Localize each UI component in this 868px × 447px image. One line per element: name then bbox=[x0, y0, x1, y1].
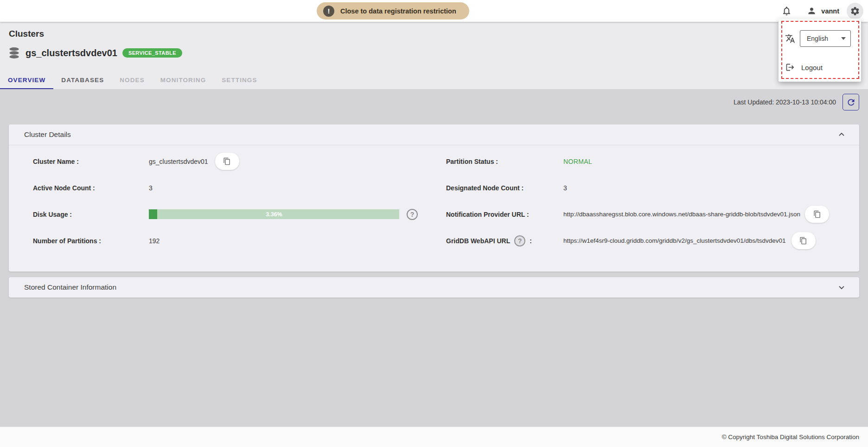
tabs: OVERVIEWDATABASESNODESMONITORINGSETTINGS bbox=[0, 72, 265, 89]
field-disk-usage: Disk Usage : 3.36% ? bbox=[33, 201, 446, 227]
field-partition-status: Partition Status : NORMAL bbox=[446, 148, 847, 175]
warning-banner-text: Close to data registration restriction bbox=[340, 7, 456, 15]
status-badge: SERVICE_STABLE bbox=[122, 48, 182, 58]
stored-container-panel: Stored Container Information bbox=[9, 277, 859, 298]
last-updated-text: Last Updated: 2023-10-13 10:04:00 bbox=[734, 98, 836, 106]
chevron-down-icon[interactable] bbox=[837, 283, 846, 292]
tab-databases[interactable]: DATABASES bbox=[53, 72, 112, 89]
cluster-details-header[interactable]: Cluster Details bbox=[9, 124, 859, 145]
webapi-url-colon: : bbox=[530, 237, 532, 245]
logout-label: Logout bbox=[801, 64, 823, 71]
active-node-count-label: Active Node Count : bbox=[33, 184, 149, 192]
caret-down-icon bbox=[841, 37, 846, 40]
disk-usage-percent-text: 3.36% bbox=[149, 209, 399, 219]
cluster-name-heading: gs_clustertsdvdev01 bbox=[26, 48, 117, 58]
cluster-name-label: Cluster Name : bbox=[33, 158, 149, 165]
notification-url-value: http://dbaassharegsst.blob.core.windows.… bbox=[563, 211, 800, 218]
gear-icon bbox=[850, 6, 860, 16]
user-account[interactable]: vannt bbox=[807, 6, 839, 16]
database-icon bbox=[8, 47, 20, 59]
top-bar: ! Close to data registration restriction… bbox=[0, 0, 868, 22]
copy-notification-url-button[interactable] bbox=[805, 206, 829, 223]
stored-container-title: Stored Container Information bbox=[24, 283, 116, 292]
cluster-title-row: gs_clustertsdvdev01 SERVICE_STABLE bbox=[8, 47, 182, 59]
copy-cluster-name-button[interactable] bbox=[215, 153, 239, 170]
language-select-value: English bbox=[807, 35, 841, 42]
details-column-right: Partition Status : NORMAL Designated Nod… bbox=[446, 148, 847, 254]
field-designated-node-count: Designated Node Count : 3 bbox=[446, 175, 847, 201]
logout-menu-item[interactable]: Logout bbox=[785, 63, 823, 72]
logout-icon bbox=[785, 63, 795, 72]
main-content: Last Updated: 2023-10-13 10:04:00 Cluste… bbox=[0, 89, 868, 427]
help-icon[interactable]: ? bbox=[514, 235, 525, 246]
details-column-left: Cluster Name : gs_clustertsdvdev01 Activ… bbox=[33, 148, 446, 254]
partitions-value: 192 bbox=[149, 237, 160, 245]
translate-icon bbox=[785, 33, 795, 44]
webapi-url-label-group: GridDB WebAPI URL ? : bbox=[446, 235, 563, 246]
copyright-text: © Copyright Toshiba Digital Solutions Co… bbox=[722, 427, 859, 447]
notifications-button[interactable] bbox=[778, 3, 795, 19]
stored-container-header[interactable]: Stored Container Information bbox=[9, 277, 859, 298]
cluster-details-panel: Cluster Details Cluster Name : gs_cluste… bbox=[9, 124, 859, 272]
field-number-of-partitions: Number of Partitions : 192 bbox=[33, 227, 446, 254]
copy-icon bbox=[223, 157, 231, 165]
username-text: vannt bbox=[821, 7, 839, 15]
chevron-up-icon[interactable] bbox=[837, 130, 846, 139]
notification-url-label: Notification Provider URL : bbox=[446, 211, 563, 218]
field-webapi-url: GridDB WebAPI URL ? : https://w1ef4sr9-c… bbox=[446, 227, 847, 254]
tab-settings: SETTINGS bbox=[214, 72, 265, 89]
cluster-name-value: gs_clustertsdvdev01 bbox=[149, 158, 208, 165]
page-header: Clusters gs_clustertsdvdev01 SERVICE_STA… bbox=[0, 22, 868, 89]
person-icon bbox=[807, 6, 817, 16]
field-notification-url: Notification Provider URL : http://dbaas… bbox=[446, 201, 847, 227]
cluster-details-fields: Cluster Name : gs_clustertsdvdev01 Activ… bbox=[9, 145, 859, 254]
active-node-count-value: 3 bbox=[149, 184, 153, 192]
warning-banner: ! Close to data registration restriction bbox=[317, 2, 469, 19]
footer: © Copyright Toshiba Digital Solutions Co… bbox=[0, 427, 868, 447]
copy-icon bbox=[813, 210, 821, 218]
last-updated-row: Last Updated: 2023-10-13 10:04:00 bbox=[734, 94, 859, 110]
tab-overview[interactable]: OVERVIEW bbox=[0, 72, 53, 89]
designated-node-count-label: Designated Node Count : bbox=[446, 184, 563, 192]
refresh-icon bbox=[846, 97, 856, 107]
webapi-url-label: GridDB WebAPI URL bbox=[446, 237, 510, 245]
copy-icon bbox=[799, 237, 807, 245]
partition-status-label: Partition Status : bbox=[446, 158, 563, 165]
designated-node-count-value: 3 bbox=[563, 184, 567, 192]
refresh-button[interactable] bbox=[842, 94, 859, 110]
settings-dropdown-menu: English Logout bbox=[779, 19, 861, 82]
cluster-details-title: Cluster Details bbox=[24, 130, 71, 139]
help-icon[interactable]: ? bbox=[407, 209, 418, 220]
field-active-node-count: Active Node Count : 3 bbox=[33, 175, 446, 201]
webapi-url-value: https://w1ef4sr9-cloud.griddb.com/griddb… bbox=[563, 237, 786, 244]
tab-monitoring: MONITORING bbox=[153, 72, 214, 89]
settings-menu-button[interactable] bbox=[847, 3, 863, 19]
partition-status-value: NORMAL bbox=[563, 158, 592, 165]
partitions-label: Number of Partitions : bbox=[33, 237, 149, 245]
bell-icon bbox=[781, 6, 792, 16]
alert-icon: ! bbox=[323, 6, 334, 17]
page-title: Clusters bbox=[9, 29, 44, 39]
field-cluster-name: Cluster Name : gs_clustertsdvdev01 bbox=[33, 148, 446, 175]
disk-usage-bar: 3.36% bbox=[149, 209, 399, 219]
tab-nodes: NODES bbox=[112, 72, 153, 89]
disk-usage-label: Disk Usage : bbox=[33, 211, 149, 218]
language-select[interactable]: English bbox=[800, 30, 851, 47]
language-row: English bbox=[785, 30, 851, 47]
copy-webapi-url-button[interactable] bbox=[791, 232, 816, 249]
